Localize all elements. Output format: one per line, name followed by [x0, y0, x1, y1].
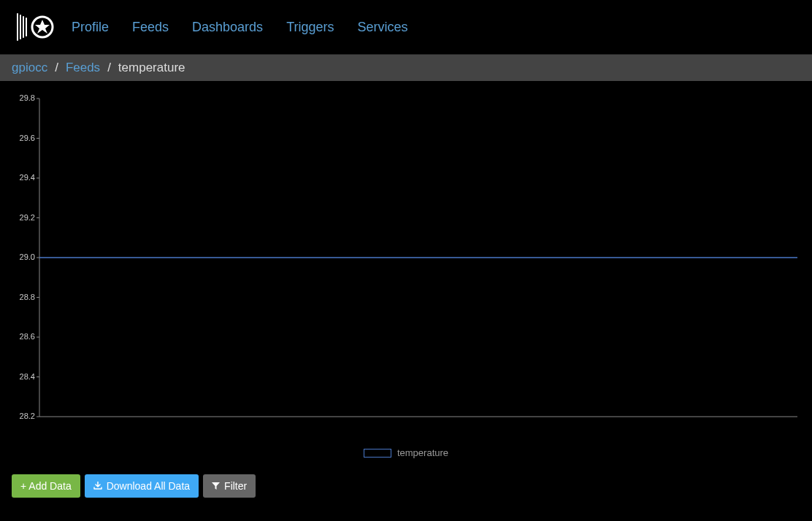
nav-links: Profile Feeds Dashboards Triggers Servic…: [72, 20, 408, 35]
chart-svg: 29.829.629.429.229.028.828.628.428.2: [13, 90, 799, 425]
filter-button[interactable]: Filter: [203, 474, 256, 498]
add-data-button[interactable]: + Add Data: [12, 474, 80, 498]
filter-label: Filter: [224, 480, 247, 492]
download-icon: [93, 482, 102, 490]
nav-feeds[interactable]: Feeds: [132, 20, 169, 35]
download-all-button[interactable]: Download All Data: [85, 474, 199, 498]
svg-text:29.6: 29.6: [20, 134, 35, 142]
top-nav: Profile Feeds Dashboards Triggers Servic…: [0, 0, 812, 55]
nav-profile[interactable]: Profile: [72, 20, 109, 35]
svg-text:28.8: 28.8: [20, 293, 35, 301]
svg-text:29.2: 29.2: [20, 213, 35, 222]
nav-dashboards[interactable]: Dashboards: [192, 20, 263, 35]
breadcrumb-separator: /: [107, 61, 111, 75]
breadcrumb-user[interactable]: gpiocc: [12, 61, 47, 75]
nav-triggers[interactable]: Triggers: [286, 20, 334, 35]
svg-text:29.8: 29.8: [20, 93, 35, 102]
breadcrumb-section[interactable]: Feeds: [66, 61, 100, 75]
legend-label: temperature: [397, 447, 448, 458]
breadcrumb-separator: /: [55, 61, 58, 75]
filter-icon: [212, 482, 220, 490]
breadcrumb: gpiocc / Feeds / temperature: [0, 55, 812, 81]
logo-icon[interactable]: [12, 11, 54, 43]
legend-swatch: [364, 449, 391, 458]
buttons-row: + Add Data Download All Data Filter: [0, 458, 812, 498]
add-data-label: + Add Data: [20, 480, 72, 492]
chart: 29.829.629.429.229.028.828.628.428.2 tem…: [0, 81, 812, 458]
nav-services[interactable]: Services: [357, 20, 407, 35]
chart-legend: temperature: [13, 447, 799, 458]
svg-text:28.6: 28.6: [20, 332, 35, 341]
svg-text:29.4: 29.4: [20, 173, 35, 182]
download-all-label: Download All Data: [107, 480, 190, 492]
svg-text:28.2: 28.2: [20, 412, 35, 420]
breadcrumb-current: temperature: [118, 61, 185, 75]
svg-text:29.0: 29.0: [20, 252, 35, 261]
svg-text:28.4: 28.4: [20, 372, 35, 381]
